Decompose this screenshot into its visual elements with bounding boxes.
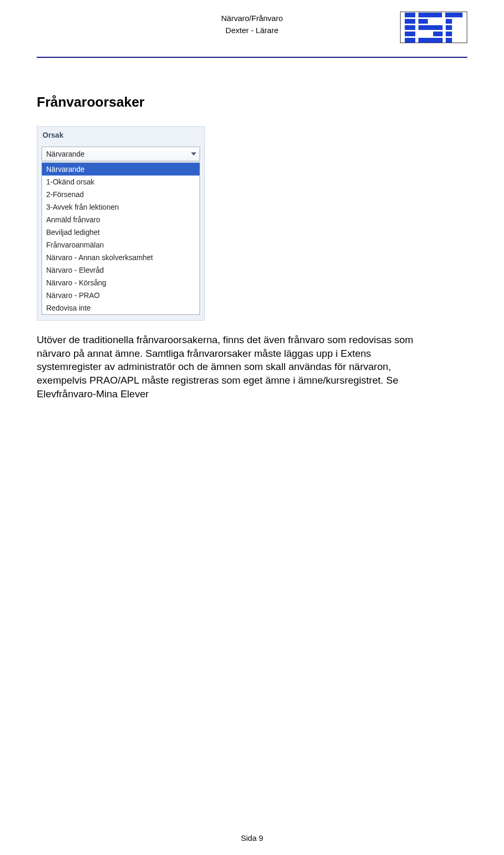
orsak-option[interactable]: Beviljad ledighet (42, 226, 200, 239)
orsak-option[interactable]: Närvarande (42, 163, 200, 176)
header-divider (37, 57, 467, 58)
page-header: Närvaro/Frånvaro Dexter - Lärare (37, 11, 467, 47)
body-paragraph: Utöver de traditionella frånvaroorsakern… (37, 333, 425, 400)
orsak-option[interactable]: Närvaro - Körsång (42, 276, 200, 289)
header-titles: Närvaro/Frånvaro Dexter - Lärare (221, 11, 283, 47)
orsak-option[interactable]: Anmäld frånvaro (42, 213, 200, 226)
orsak-option[interactable]: Närvaro - Elevråd (42, 264, 200, 276)
orsak-option[interactable]: Redovisa inte (42, 302, 200, 314)
orsak-option[interactable]: Närvaro - Annan skolverksamhet (42, 251, 200, 264)
chevron-down-icon (191, 152, 196, 156)
header-title-2: Dexter - Lärare (221, 25, 283, 37)
page: Närvaro/Frånvaro Dexter - Lärare (0, 0, 504, 855)
orsak-panel: Orsak Närvarande Närvarande1-Okänd orsak… (37, 126, 205, 321)
section-title: Frånvaroorsaker (37, 94, 467, 110)
orsak-label: Orsak (41, 130, 200, 147)
orsak-select-value: Närvarande (46, 150, 85, 158)
orsak-option[interactable]: 1-Okänd orsak (42, 176, 200, 188)
ist-logo (400, 12, 467, 43)
orsak-listbox[interactable]: Närvarande1-Okänd orsak2-Försenad3-Avvek… (41, 162, 200, 315)
orsak-select[interactable]: Närvarande (41, 147, 200, 161)
orsak-option[interactable]: 2-Försenad (42, 188, 200, 201)
orsak-option[interactable]: Frånvaroanmälan (42, 239, 200, 251)
header-title-1: Närvaro/Frånvaro (221, 13, 283, 25)
orsak-option[interactable]: Närvaro - PRAO (42, 289, 200, 302)
orsak-option[interactable]: 3-Avvek från lektionen (42, 201, 200, 213)
page-footer: Sida 9 (0, 833, 504, 842)
